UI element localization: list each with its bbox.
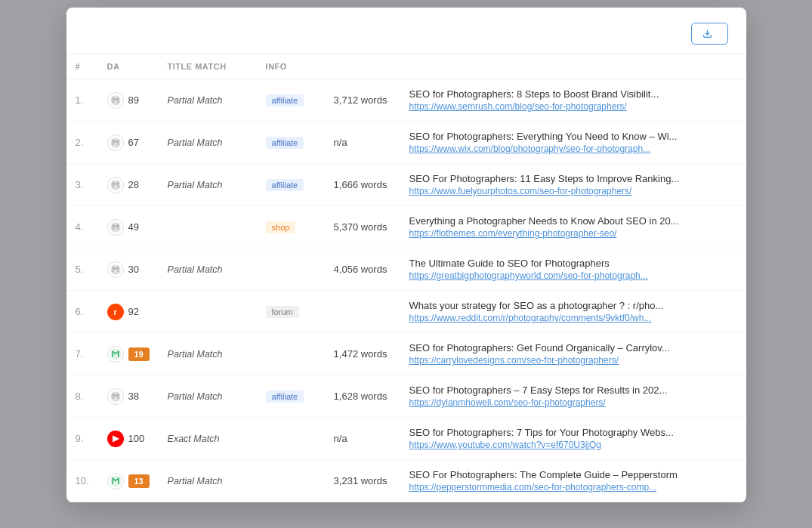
da-badge: 13	[128, 474, 150, 488]
badge-forum: forum	[266, 306, 299, 318]
row-info	[257, 333, 325, 375]
row-title-match: Partial Match	[159, 164, 257, 206]
row-words: 1,666 words	[325, 164, 400, 206]
table-row: 9. ▶ 100 Exact Match n/a SEO for Photogr…	[66, 418, 746, 460]
site-icon	[107, 134, 124, 151]
row-num: 3.	[66, 164, 98, 206]
da-value: 28	[128, 179, 139, 190]
row-title-match: Exact Match	[159, 418, 257, 460]
badge-affiliate: affiliate	[266, 391, 304, 403]
row-result: SEO for Photographers: Everything You Ne…	[400, 122, 746, 164]
row-da: r 92	[98, 291, 159, 333]
row-num: 2.	[66, 122, 98, 164]
result-title: SEO for Photographers: 7 Tips for Your P…	[409, 427, 737, 438]
row-result: The Ultimate Guide to SEO for Photograph…	[400, 249, 746, 291]
modal-overlay: # DA TITLE MATCH INFO 1. 89 Partial Mat	[0, 0, 812, 528]
row-result: SEO For Photographers: 11 Easy Steps to …	[400, 164, 746, 206]
da-value: 89	[128, 94, 139, 106]
row-title-match: Partial Match	[159, 460, 257, 502]
row-num: 10.	[66, 460, 98, 502]
da-value: 38	[128, 391, 139, 402]
result-url[interactable]: https://www.fuelyourphotos.com/seo-for-p…	[409, 186, 737, 196]
result-title: Everything a Photographer Needs to Know …	[409, 215, 737, 227]
result-url[interactable]: https://www.reddit.com/r/photography/com…	[409, 313, 737, 323]
table-header-row: # DA TITLE MATCH INFO	[66, 54, 746, 79]
row-words: n/a	[325, 418, 400, 460]
row-da: 49	[98, 206, 159, 249]
da-value: 92	[128, 306, 139, 317]
result-url[interactable]: https://www.youtube.com/watch?v=ef670U3j…	[409, 440, 737, 450]
badge-affiliate: affiliate	[266, 94, 304, 107]
download-icon	[702, 29, 712, 39]
col-header-num: #	[66, 54, 98, 79]
col-header-title-match: TITLE MATCH	[159, 54, 257, 79]
site-icon	[107, 92, 124, 109]
row-title-match	[159, 206, 257, 249]
row-title-match: Partial Match	[159, 333, 257, 375]
table-row: 1. 89 Partial Match affiliate 3,712 word…	[66, 79, 746, 122]
table-row: 4. 49 shop 5,370 words Everything a Phot…	[66, 206, 746, 249]
row-num: 1.	[66, 79, 98, 122]
col-header-words	[325, 54, 400, 79]
row-da: 89	[98, 79, 159, 122]
row-words: 3,712 words	[325, 79, 400, 122]
row-title-match	[159, 291, 257, 333]
row-title-match: Partial Match	[159, 122, 257, 164]
result-title: SEO For Photographers: The Complete Guid…	[409, 469, 737, 480]
modal: # DA TITLE MATCH INFO 1. 89 Partial Mat	[66, 8, 746, 502]
da-value: 30	[128, 264, 139, 275]
result-title: SEO for Photographers: Get Found Organic…	[409, 342, 737, 354]
row-info: shop	[257, 206, 325, 249]
results-table: # DA TITLE MATCH INFO 1. 89 Partial Mat	[66, 54, 746, 502]
row-result: Whats your strategy for SEO as a photogr…	[400, 291, 746, 333]
row-info: affiliate	[257, 375, 325, 418]
reddit-icon: r	[107, 304, 124, 320]
table-row: 10. 13 Partial Match 3,231 words SEO For…	[66, 460, 746, 502]
row-num: 6.	[66, 291, 98, 333]
row-info	[257, 249, 325, 291]
da-badge: 19	[128, 347, 150, 361]
row-num: 9.	[66, 418, 98, 460]
row-info	[257, 418, 325, 460]
site-icon	[107, 388, 124, 405]
result-url[interactable]: https://pepperstormmedia.com/seo-for-pho…	[409, 482, 737, 492]
result-title: The Ultimate Guide to SEO for Photograph…	[409, 258, 737, 269]
col-header-result	[400, 54, 746, 79]
row-info	[257, 460, 325, 502]
moz-icon	[107, 346, 124, 363]
row-info: affiliate	[257, 164, 325, 206]
result-url[interactable]: https://greatbigphotographyworld.com/seo…	[409, 270, 737, 281]
row-num: 8.	[66, 375, 98, 418]
site-icon	[107, 261, 124, 278]
row-da: 19	[98, 333, 159, 375]
table-container[interactable]: # DA TITLE MATCH INFO 1. 89 Partial Mat	[66, 54, 746, 502]
row-title-match: Partial Match	[159, 375, 257, 418]
row-result: SEO for Photographers: 8 Steps to Boost …	[400, 79, 746, 122]
result-url[interactable]: https://www.semrush.com/blog/seo-for-pho…	[409, 101, 737, 112]
row-result: Everything a Photographer Needs to Know …	[400, 206, 746, 249]
table-row: 8. 38 Partial Match affiliate 1,628 word…	[66, 375, 746, 418]
badge-affiliate: affiliate	[266, 179, 304, 191]
result-url[interactable]: https://carrylovedesigns.com/seo-for-pho…	[409, 355, 737, 366]
row-info: affiliate	[257, 122, 325, 164]
result-title: SEO For Photographers: 11 Easy Steps to …	[409, 173, 737, 184]
result-title: SEO for Photographers: 8 Steps to Boost …	[409, 88, 737, 100]
row-num: 4.	[66, 206, 98, 249]
row-da: 67	[98, 122, 159, 164]
row-words: 1,628 words	[325, 375, 400, 418]
result-url[interactable]: https://dylanmhowell.com/seo-for-photogr…	[409, 397, 737, 408]
row-info: forum	[257, 291, 325, 333]
result-title: SEO for Photographers – 7 Easy Steps for…	[409, 384, 737, 396]
row-title-match: Partial Match	[159, 249, 257, 291]
download-button[interactable]	[691, 23, 728, 45]
row-title-match: Partial Match	[159, 79, 257, 122]
row-words: n/a	[325, 122, 400, 164]
site-icon	[107, 177, 124, 193]
result-url[interactable]: https://flothemes.com/everything-photogr…	[409, 228, 737, 239]
table-row: 7. 19 Partial Match 1,472 words SEO for …	[66, 333, 746, 375]
row-num: 5.	[66, 249, 98, 291]
result-url[interactable]: https://www.wix.com/blog/photography/seo…	[409, 144, 737, 154]
result-title: SEO for Photographers: Everything You Ne…	[409, 131, 737, 142]
row-da: 38	[98, 375, 159, 418]
row-result: SEO For Photographers: The Complete Guid…	[400, 460, 746, 502]
